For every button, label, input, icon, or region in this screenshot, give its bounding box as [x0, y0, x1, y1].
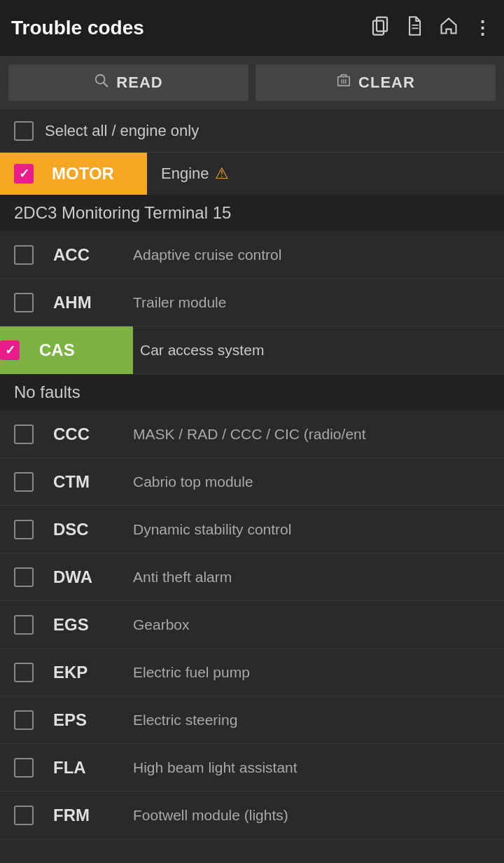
- list-item[interactable]: DSC Dynamic stability control: [0, 506, 504, 553]
- list-item[interactable]: EPS Electric steering: [0, 696, 504, 744]
- item-badge-frm: FRM: [14, 806, 126, 825]
- item-badge-ccc: CCC: [14, 424, 126, 444]
- item-badge-egs: EGS: [14, 615, 126, 635]
- eps-desc: Electric steering: [126, 712, 237, 729]
- ekp-checkbox[interactable]: [14, 663, 34, 682]
- dsc-desc: Dynamic stability control: [126, 521, 291, 538]
- egs-code: EGS: [53, 615, 89, 635]
- list-item[interactable]: ACC Adaptive cruise control: [0, 231, 504, 279]
- motor-description: Engine ⚠: [147, 165, 243, 183]
- select-all-label: Select all / engine only: [45, 122, 199, 140]
- item-badge-ekp: EKP: [14, 663, 126, 682]
- home-icon[interactable]: [438, 16, 459, 41]
- ekp-desc: Electric fuel pump: [126, 664, 250, 681]
- read-button[interactable]: READ: [8, 64, 248, 101]
- select-all-checkbox[interactable]: [14, 121, 34, 141]
- dsc-checkbox[interactable]: [14, 520, 34, 539]
- list-item[interactable]: EKP Electric fuel pump: [0, 649, 504, 696]
- fla-desc: High beam light assistant: [126, 759, 298, 776]
- ccc-desc: MASK / RAD / CCC / CIC (radio/ent: [126, 426, 366, 443]
- app-header: Trouble codes ⋮: [0, 0, 504, 56]
- acc-checkbox[interactable]: [14, 245, 34, 265]
- list-item[interactable]: AHM Trailer module: [0, 279, 504, 326]
- document-icon[interactable]: [405, 15, 424, 41]
- item-badge-cas: CAS: [0, 326, 133, 374]
- clear-label: CLEAR: [358, 74, 415, 92]
- dwa-code: DWA: [53, 567, 92, 587]
- dsc-code: DSC: [53, 520, 89, 539]
- frm-desc: Footwell module (lights): [126, 807, 288, 824]
- list-item[interactable]: FLA High beam light assistant: [0, 744, 504, 792]
- cas-checkbox[interactable]: [0, 340, 20, 360]
- read-label: READ: [116, 74, 162, 92]
- toolbar: READ CLEAR: [0, 56, 504, 109]
- egs-checkbox[interactable]: [14, 615, 34, 635]
- frm-checkbox[interactable]: [14, 806, 34, 825]
- item-badge-dwa: DWA: [14, 567, 126, 587]
- list-item[interactable]: CCC MASK / RAD / CCC / CIC (radio/ent: [0, 410, 504, 458]
- ahm-checkbox[interactable]: [14, 293, 34, 312]
- copy-icon[interactable]: [370, 15, 391, 41]
- motor-checkbox[interactable]: [14, 164, 34, 184]
- select-all-row[interactable]: Select all / engine only: [0, 109, 504, 153]
- search-icon: [94, 73, 109, 92]
- dwa-checkbox[interactable]: [14, 567, 34, 587]
- more-icon[interactable]: ⋮: [473, 18, 493, 39]
- motor-module-header[interactable]: MOTOR Engine ⚠: [0, 153, 504, 195]
- sub-header-text: 2DC3 Monitoring Terminal 15: [14, 203, 231, 223]
- frm-code: FRM: [53, 806, 90, 825]
- item-badge-dsc: DSC: [14, 520, 126, 539]
- svg-line-5: [104, 83, 108, 86]
- motor-label: MOTOR: [52, 164, 114, 184]
- no-faults-text: No faults: [14, 382, 80, 402]
- ccc-code: CCC: [53, 424, 90, 444]
- clear-button[interactable]: CLEAR: [255, 64, 496, 101]
- motor-desc-text: Engine: [161, 165, 209, 183]
- motor-badge[interactable]: MOTOR: [0, 153, 147, 195]
- items-list: ACC Adaptive cruise control AHM Trailer …: [0, 231, 504, 839]
- list-item-cas[interactable]: CAS Car access system: [0, 326, 504, 374]
- eps-code: EPS: [53, 710, 87, 730]
- svg-rect-1: [373, 20, 384, 34]
- ahm-code: AHM: [53, 293, 92, 312]
- ahm-desc: Trailer module: [126, 294, 226, 311]
- cas-desc: Car access system: [119, 342, 264, 359]
- item-badge-fla: FLA: [14, 758, 126, 778]
- ekp-code: EKP: [53, 663, 88, 682]
- ctm-checkbox[interactable]: [14, 472, 34, 492]
- header-icons: ⋮: [370, 15, 493, 41]
- app-title: Trouble codes: [11, 17, 370, 39]
- item-badge-eps: EPS: [14, 710, 126, 730]
- svg-rect-0: [377, 17, 387, 31]
- item-badge-ctm: CTM: [14, 472, 126, 492]
- no-faults-banner: No faults: [0, 374, 504, 410]
- delete-icon: [336, 73, 351, 92]
- dwa-desc: Anti theft alarm: [126, 569, 232, 586]
- list-item[interactable]: FRM Footwell module (lights): [0, 792, 504, 839]
- eps-checkbox[interactable]: [14, 710, 34, 730]
- item-badge-acc: ACC: [14, 245, 126, 265]
- fla-code: FLA: [53, 758, 86, 778]
- fla-checkbox[interactable]: [14, 758, 34, 778]
- ctm-code: CTM: [53, 472, 90, 492]
- acc-desc: Adaptive cruise control: [126, 247, 281, 263]
- list-item[interactable]: CTM Cabrio top module: [0, 458, 504, 506]
- sub-header: 2DC3 Monitoring Terminal 15: [0, 195, 504, 231]
- item-badge-ahm: AHM: [14, 293, 126, 312]
- list-item[interactable]: EGS Gearbox: [0, 601, 504, 649]
- ctm-desc: Cabrio top module: [126, 474, 253, 490]
- ccc-checkbox[interactable]: [14, 424, 34, 444]
- warning-icon: ⚠: [215, 165, 229, 183]
- list-item[interactable]: DWA Anti theft alarm: [0, 553, 504, 601]
- acc-code: ACC: [53, 245, 90, 265]
- cas-code: CAS: [39, 340, 75, 360]
- egs-desc: Gearbox: [126, 616, 190, 633]
